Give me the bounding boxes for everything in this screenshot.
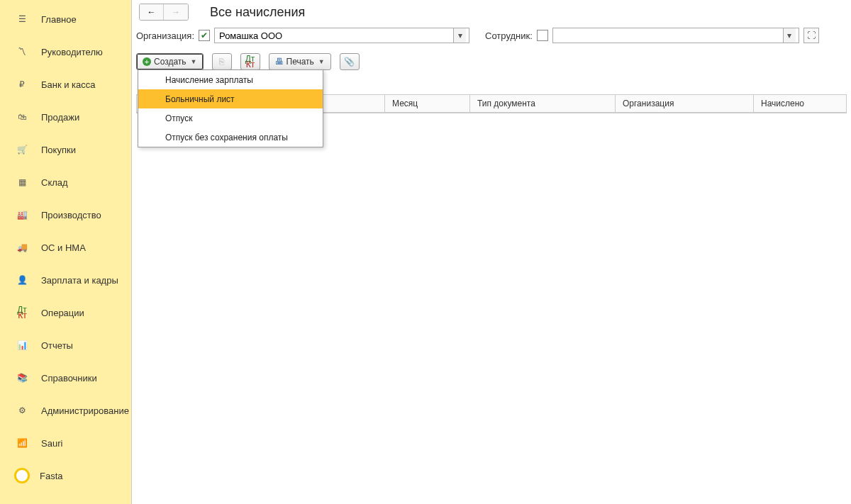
- dtkt-button[interactable]: ДтКт: [240, 53, 260, 70]
- books-icon: 📚: [16, 373, 28, 383]
- sidebar: ☰ Главное 〽 Руководителю ₽ Банк и касса …: [0, 0, 131, 504]
- emp-input[interactable]: [553, 28, 783, 43]
- col-doctype[interactable]: Тип документа: [470, 95, 616, 112]
- sidebar-item-reports[interactable]: 📊 Отчеты: [0, 329, 131, 362]
- menu-item-label: Отпуск: [165, 113, 192, 123]
- caret-down-icon: ▼: [318, 58, 325, 65]
- printer-icon: 🖶: [275, 57, 284, 67]
- page-title: Все начисления: [210, 5, 305, 20]
- create-button[interactable]: + Создать ▼: [136, 53, 204, 70]
- sidebar-label: ОС и НМА: [41, 242, 86, 253]
- org-input[interactable]: [215, 28, 453, 43]
- nav-buttons: ← →: [139, 4, 189, 21]
- emp-label: Сотрудник:: [485, 30, 533, 41]
- ruble-icon: ₽: [16, 79, 28, 89]
- org-label: Организация:: [136, 30, 194, 41]
- create-menu-vacation[interactable]: Отпуск: [138, 108, 323, 128]
- sidebar-label: Руководителю: [41, 47, 103, 57]
- sidebar-item-admin[interactable]: ⚙ Администрирование: [0, 394, 131, 427]
- create-menu-unpaid-vacation[interactable]: Отпуск без сохранения оплаты: [138, 128, 323, 147]
- sidebar-item-purchases[interactable]: 🛒 Покупки: [0, 133, 131, 166]
- print-button[interactable]: 🖶 Печать ▼: [269, 53, 331, 70]
- sidebar-label: Справочники: [41, 373, 97, 383]
- sidebar-label: Зарплата и кадры: [41, 275, 118, 286]
- emp-checkbox[interactable]: [537, 30, 548, 41]
- dtkt-icon: ДтКт: [245, 56, 255, 67]
- create-dropdown: Начисление зарплаты Больничный лист Отпу…: [138, 69, 323, 147]
- fasta-icon: [14, 468, 30, 483]
- sidebar-item-sales[interactable]: 🛍 Продажи: [0, 101, 131, 133]
- nav-forward-button[interactable]: →: [164, 4, 188, 20]
- main-area: ← → Все начисления Организация: ▾ Сотруд…: [131, 0, 851, 504]
- dropdown-icon[interactable]: ▾: [453, 28, 466, 43]
- sidebar-item-manager[interactable]: 〽 Руководителю: [0, 35, 131, 68]
- create-label: Создать: [154, 57, 187, 67]
- attach-button[interactable]: 📎: [340, 53, 360, 70]
- menu-icon: ☰: [16, 14, 28, 24]
- menu-item-label: Начисление зарплаты: [165, 75, 253, 85]
- org-checkbox[interactable]: [199, 30, 210, 41]
- sidebar-label: Fasta: [40, 471, 63, 481]
- sidebar-label: Администрирование: [41, 405, 129, 416]
- sidebar-label: Производство: [41, 210, 101, 220]
- col-accrued[interactable]: Начислено: [754, 95, 846, 112]
- sidebar-label: Склад: [41, 177, 68, 188]
- sidebar-label: Отчеты: [41, 340, 73, 351]
- sauri-icon: 📶: [16, 438, 28, 448]
- sidebar-item-operations[interactable]: ДтКт Операции: [0, 296, 131, 329]
- col-org[interactable]: Организация: [616, 95, 754, 112]
- copy-icon: ⎘: [219, 57, 224, 67]
- sidebar-item-warehouse[interactable]: ▦ Склад: [0, 166, 131, 198]
- plus-icon: +: [143, 57, 151, 66]
- sidebar-label: Главное: [41, 14, 77, 25]
- warehouse-icon: ▦: [16, 177, 28, 187]
- sidebar-item-references[interactable]: 📚 Справочники: [0, 362, 131, 394]
- topbar: ← → Все начисления: [132, 0, 851, 24]
- chart-icon: 📊: [16, 340, 28, 350]
- sidebar-item-production[interactable]: 🏭 Производство: [0, 198, 131, 231]
- sidebar-item-main[interactable]: ☰ Главное: [0, 3, 131, 35]
- dtkt-icon: ДтКт: [16, 307, 28, 318]
- emp-combo[interactable]: ▾: [552, 28, 799, 43]
- dropdown-icon[interactable]: ▾: [783, 28, 796, 43]
- truck-icon: 🚚: [16, 242, 28, 252]
- expand-button[interactable]: ⛶: [803, 28, 819, 43]
- cart-icon: 🛒: [16, 145, 28, 155]
- menu-item-label: Отпуск без сохранения оплаты: [165, 133, 288, 142]
- org-combo[interactable]: ▾: [214, 28, 469, 43]
- paperclip-icon: 📎: [344, 57, 355, 67]
- sidebar-label: Покупки: [41, 145, 76, 155]
- sidebar-label: Sauri: [41, 438, 62, 449]
- trend-icon: 〽: [16, 47, 28, 57]
- create-menu-payroll[interactable]: Начисление зарплаты: [138, 70, 323, 89]
- copy-button[interactable]: ⎘: [212, 53, 232, 70]
- sidebar-item-fasta[interactable]: Fasta: [0, 459, 131, 492]
- sidebar-item-salary[interactable]: 👤 Зарплата и кадры: [0, 264, 131, 296]
- col-month[interactable]: Месяц: [385, 95, 470, 112]
- sidebar-label: Операции: [41, 308, 84, 318]
- nav-back-button[interactable]: ←: [140, 4, 164, 20]
- caret-down-icon: ▼: [191, 58, 197, 65]
- person-icon: 👤: [16, 275, 28, 285]
- filter-bar: Организация: ▾ Сотрудник: ▾ ⛶: [132, 26, 851, 45]
- sidebar-label: Продажи: [41, 112, 79, 123]
- sidebar-item-assets[interactable]: 🚚 ОС и НМА: [0, 231, 131, 264]
- print-label: Печать: [287, 57, 314, 67]
- sidebar-label: Банк и касса: [41, 79, 96, 90]
- sidebar-item-sauri[interactable]: 📶 Sauri: [0, 427, 131, 459]
- box-icon: 🛍: [16, 112, 28, 122]
- menu-item-label: Больничный лист: [165, 94, 235, 104]
- create-menu-sickleave[interactable]: Больничный лист: [138, 89, 323, 108]
- factory-icon: 🏭: [16, 210, 28, 220]
- sidebar-item-bank[interactable]: ₽ Банк и касса: [0, 68, 131, 101]
- gear-icon: ⚙: [16, 405, 28, 415]
